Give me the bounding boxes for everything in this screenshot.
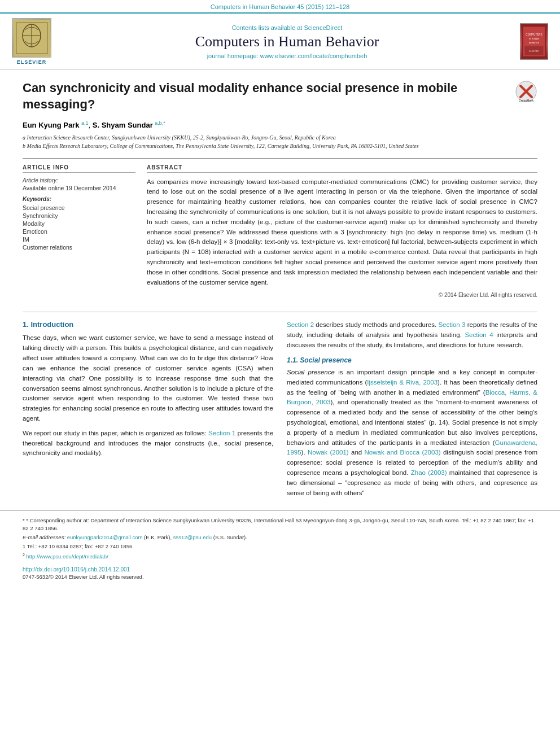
footnote1: 1 Tel.: +82 10 6334 0287; fax: +82 2 740… bbox=[23, 543, 537, 550]
svg-text:CrossMark: CrossMark bbox=[519, 99, 533, 102]
crossmark-logo: CrossMark bbox=[515, 80, 537, 103]
elsevier-logo-image bbox=[12, 18, 51, 58]
ref-ijsselsteijn[interactable]: Ijsselsteijn & Riva, 2003 bbox=[367, 379, 438, 386]
keyword-emoticon: Emoticon bbox=[23, 228, 135, 235]
ref-zhao[interactable]: Zhao (2003) bbox=[411, 469, 447, 476]
subsection1-heading: 1.1. Social presence bbox=[287, 356, 537, 364]
journal-homepage: journal homepage: www.elsevier.com/locat… bbox=[61, 53, 513, 59]
body-intro-para2: We report our study in this paper, which… bbox=[23, 429, 273, 458]
affiliations: a Interaction Science Research Center, S… bbox=[23, 133, 537, 150]
copyright-notice: © 2014 Elsevier Ltd. All rights reserved… bbox=[147, 292, 537, 298]
body-divider bbox=[23, 312, 537, 312]
journal-cover-image: COMPUTERS IN HUMAN BEHAVIOR ELSEVIER bbox=[520, 23, 548, 60]
section1-num: 1. bbox=[23, 320, 29, 329]
history-label: Article history: bbox=[23, 177, 135, 184]
available-date: Available online 19 December 2014 bbox=[23, 185, 135, 191]
journal-header: ELSEVIER Contents lists available at Sci… bbox=[0, 12, 560, 70]
keyword-im: IM bbox=[23, 236, 135, 243]
email-label: E-mail addresses: bbox=[23, 534, 65, 540]
body-right-column: Section 2 describes study methods and pr… bbox=[287, 320, 537, 503]
body-intro-para1: These days, when we want customer servic… bbox=[23, 333, 273, 423]
email-footnote: E-mail addresses: eunkyungpark2014@gmail… bbox=[23, 534, 537, 541]
footnotes-area: * * Corresponding author at: Department … bbox=[0, 510, 560, 580]
ref-biocca[interactable]: Biocca, Harms, & Burgoon, 2003 bbox=[287, 389, 537, 406]
journal-title-block: Contents lists available at ScienceDirec… bbox=[61, 24, 513, 59]
section3-ref[interactable]: Section 3 bbox=[438, 321, 465, 328]
author1-name: Eun Kyung Park bbox=[23, 121, 79, 130]
citation-text: Computers in Human Behavior 45 (2015) 12… bbox=[211, 3, 349, 10]
footnote2-sup: 2 bbox=[23, 553, 25, 557]
article-title-text: Can synchronicity and visual modality en… bbox=[23, 80, 509, 112]
abstract-text: As companies move increasingly toward te… bbox=[147, 177, 537, 288]
keyword-synchronicity: Synchronicity bbox=[23, 212, 135, 219]
keywords-label: Keywords: bbox=[23, 196, 135, 202]
abstract-label: ABSTRACT bbox=[147, 164, 537, 173]
subsection1-title: Social presence bbox=[300, 356, 351, 364]
svg-text:IN HUMAN: IN HUMAN bbox=[529, 38, 539, 40]
issn-line: 0747-5632/© 2014 Elsevier Ltd. All right… bbox=[23, 574, 537, 580]
email2-link[interactable]: sss12@psu.edu bbox=[173, 534, 212, 540]
body-intro-para3: Section 2 describes study methods and pr… bbox=[287, 320, 537, 350]
sciencedirect-line: Contents lists available at ScienceDirec… bbox=[61, 24, 513, 31]
authors-line: Eun Kyung Park a,1, S. Shyam Sundar a,b,… bbox=[23, 120, 537, 129]
section1-title: Introduction bbox=[30, 320, 73, 329]
corresponding-text: * Corresponding author at: Department of… bbox=[23, 517, 534, 531]
corresponding-author: * * Corresponding author at: Department … bbox=[23, 517, 537, 532]
email2-name: (S.S. Sundar). bbox=[213, 534, 247, 540]
keyword-modality: Modality bbox=[23, 220, 135, 227]
affiliation-b: b Media Effects Research Laboratory, Col… bbox=[23, 142, 537, 150]
abstract-column: ABSTRACT As companies move increasingly … bbox=[147, 164, 537, 299]
body-columns: 1. Introduction These days, when we want… bbox=[0, 320, 560, 503]
section2-ref[interactable]: Section 2 bbox=[287, 321, 314, 328]
journal-name: Computers in Human Behavior bbox=[61, 33, 513, 50]
article-content: Can synchronicity and visual modality en… bbox=[0, 70, 560, 304]
elsevier-logo-block: ELSEVIER bbox=[9, 18, 54, 65]
doi-url[interactable]: http://dx.doi.org/10.1016/j.chb.2014.12.… bbox=[23, 566, 130, 573]
psu-url[interactable]: http://www.psu.edu/dept/medialab/. bbox=[27, 553, 110, 560]
footnote2: 2 http://www.psu.edu/dept/medialab/. bbox=[23, 552, 537, 560]
email1-name: (E.K. Park), bbox=[144, 534, 172, 540]
section1-heading: 1. Introduction bbox=[23, 320, 273, 329]
body-left-column: 1. Introduction These days, when we want… bbox=[23, 320, 273, 503]
contents-text: Contents lists available at bbox=[232, 24, 303, 31]
svg-text:BEHAVIOR: BEHAVIOR bbox=[529, 42, 540, 44]
elsevier-wordmark: ELSEVIER bbox=[17, 59, 47, 65]
sciencedirect-link-text[interactable]: ScienceDirect bbox=[304, 24, 342, 31]
journal-thumbnail: COMPUTERS IN HUMAN BEHAVIOR ELSEVIER bbox=[520, 23, 551, 60]
keyword-customer-relations: Customer relations bbox=[23, 244, 135, 251]
keyword-social-presence: Social presence bbox=[23, 204, 135, 211]
author2-name: S. Shyam Sundar bbox=[93, 121, 153, 130]
article-info-label: ARTICLE INFO bbox=[23, 164, 135, 173]
affiliation-a: a Interaction Science Research Center, S… bbox=[23, 133, 537, 142]
svg-text:COMPUTERS: COMPUTERS bbox=[526, 33, 542, 36]
article-title-block: Can synchronicity and visual modality en… bbox=[23, 80, 537, 112]
homepage-label: journal homepage: bbox=[207, 53, 259, 59]
info-abstract-columns: ARTICLE INFO Article history: Available … bbox=[23, 158, 537, 299]
homepage-url[interactable]: www.elsevier.com/locate/comphumbeh bbox=[260, 53, 368, 59]
ref-nowak-biocca[interactable]: Nowak and Biocca (2003) bbox=[365, 449, 441, 456]
subsection1-num: 1.1. bbox=[287, 356, 298, 364]
svg-text:ELSEVIER: ELSEVIER bbox=[529, 50, 539, 53]
article-info-column: ARTICLE INFO Article history: Available … bbox=[23, 164, 135, 299]
page: Computers in Human Behavior 45 (2015) 12… bbox=[0, 0, 560, 747]
ref-nowak2001[interactable]: Nowak (2001) bbox=[308, 449, 349, 456]
section1-ref[interactable]: Section 1 bbox=[208, 430, 235, 436]
author2-affil: a,b,* bbox=[155, 120, 165, 126]
email1-link[interactable]: eunkyungpark2014@gmail.com bbox=[67, 534, 143, 540]
subsection1-text: Social presence is an important design p… bbox=[287, 368, 537, 499]
journal-citation: Computers in Human Behavior 45 (2015) 12… bbox=[0, 0, 560, 12]
doi-line[interactable]: http://dx.doi.org/10.1016/j.chb.2014.12.… bbox=[23, 566, 537, 573]
section4-ref[interactable]: Section 4 bbox=[465, 331, 493, 338]
author1-affil: a,1 bbox=[81, 120, 89, 126]
